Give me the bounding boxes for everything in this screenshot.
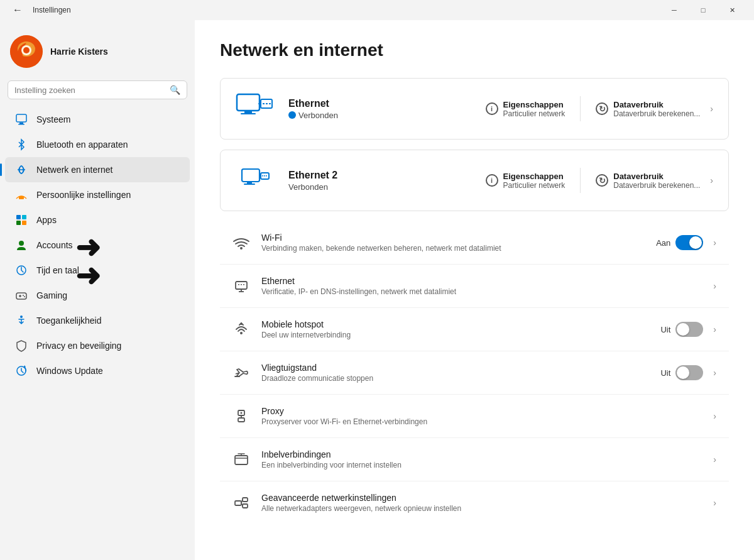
- svg-rect-6: [18, 124, 25, 125]
- ethernet1-name: Ethernet: [288, 98, 473, 109]
- svg-rect-34: [244, 184, 255, 185]
- sidebar: Harrie Kisters 🔍 Systeem Bluetooth en ap…: [0, 20, 195, 560]
- systeem-label: Systeem: [36, 114, 70, 124]
- sidebar-item-persoonlijk[interactable]: Persoonlijke instellingen: [5, 182, 190, 207]
- bluetooth-icon: [15, 138, 28, 151]
- svg-rect-13: [22, 221, 26, 225]
- vliegtuig-toggle[interactable]: [675, 365, 703, 380]
- svg-point-3: [23, 47, 30, 53]
- hotspot-title: Mobiele hotspot: [261, 319, 649, 329]
- svg-rect-9: [19, 196, 24, 199]
- search-box[interactable]: 🔍: [8, 80, 187, 99]
- app-container: Harrie Kisters 🔍 Systeem Bluetooth en ap…: [0, 20, 754, 560]
- inbel-chevron: ›: [713, 454, 716, 464]
- sidebar-item-toegankelijkheid[interactable]: Toegankelijkheid: [5, 308, 190, 333]
- divider: [580, 96, 581, 121]
- sidebar-item-tijd[interactable]: Tijd en taal: [5, 258, 190, 283]
- geavanceerd-title: Geavanceerde netwerkinstellingen: [261, 493, 697, 503]
- tijd-icon: [15, 264, 28, 277]
- titlebar-title: Instellingen: [33, 6, 71, 14]
- avatar: [10, 35, 43, 68]
- sidebar-item-netwerk[interactable]: Netwerk en internet: [5, 157, 190, 182]
- svg-rect-10: [16, 215, 21, 219]
- svg-point-19: [23, 295, 24, 296]
- geavanceerd-chevron: ›: [713, 498, 716, 508]
- svg-rect-32: [242, 169, 260, 182]
- apps-icon: [15, 214, 28, 226]
- sidebar-item-apps[interactable]: Apps: [5, 207, 190, 233]
- ethernet2-status: Verbonden: [288, 182, 473, 192]
- close-button[interactable]: ✕: [718, 0, 746, 20]
- connected-dot: [288, 111, 296, 119]
- proxy-icon: [232, 407, 250, 425]
- back-button[interactable]: ←: [8, 2, 28, 18]
- sidebar-item-accounts[interactable]: Accounts: [5, 233, 190, 258]
- sidebar-item-bluetooth[interactable]: Bluetooth en apparaten: [5, 132, 190, 157]
- page-title: Netwerk en internet: [220, 40, 729, 60]
- svg-rect-11: [22, 215, 26, 219]
- svg-rect-56: [235, 456, 248, 464]
- sidebar-item-systeem[interactable]: Systeem: [5, 107, 190, 132]
- svg-rect-44: [238, 284, 239, 285]
- search-icon: 🔍: [170, 85, 180, 95]
- svg-rect-4: [16, 114, 26, 122]
- settings-item-hotspot[interactable]: Mobiele hotspot Deel uw internetverbindi…: [220, 308, 729, 351]
- vliegtuig-sub: Draadloze communicatie stoppen: [261, 374, 649, 383]
- ethernet1-actions: i Eigenschappen Particulier netwerk ↻ Da…: [486, 95, 713, 123]
- svg-point-14: [19, 241, 24, 246]
- settings-item-geavanceerd[interactable]: Geavanceerde netwerkinstellingen Alle ne…: [220, 481, 729, 524]
- bluetooth-label: Bluetooth en apparaten: [36, 140, 128, 150]
- proxy-title: Proxy: [261, 406, 697, 416]
- proxy-chevron: ›: [713, 411, 716, 421]
- svg-line-63: [241, 503, 243, 507]
- svg-rect-23: [237, 94, 260, 111]
- wifi-sub: Verbinding maken, bekende netwerken behe…: [261, 244, 645, 253]
- vliegtuig-toggle-label: Uit: [660, 368, 670, 378]
- wifi-right: Aan ›: [656, 235, 716, 250]
- svg-line-62: [241, 500, 243, 503]
- avatar-icon: [10, 35, 43, 68]
- user-name: Harrie Kisters: [50, 47, 108, 57]
- eigenschappen-icon: i: [486, 102, 498, 115]
- inbel-sub: Een inbelverbinding voor internet instel…: [261, 461, 697, 469]
- svg-rect-24: [244, 111, 252, 113]
- svg-rect-5: [19, 123, 23, 124]
- sidebar-item-windows-update[interactable]: Windows Update: [5, 358, 190, 383]
- settings-item-inbel[interactable]: Inbelverbindingen Een inbelverbinding vo…: [220, 438, 729, 481]
- tijd-label: Tijd en taal: [36, 265, 79, 275]
- ethernet-card-2[interactable]: Ethernet 2 Verbonden i Eigenschappen Par…: [220, 150, 729, 211]
- hotspot-right: Uit ›: [660, 322, 716, 337]
- sidebar-nav: Systeem Bluetooth en apparaten Netwerk e…: [0, 107, 195, 383]
- sidebar-item-gaming[interactable]: Gaming: [5, 283, 190, 308]
- ethernet1-dataverbruik[interactable]: ↻ Dataverbruik Dataverbruik berekenen...…: [596, 95, 713, 123]
- settings-item-proxy[interactable]: Proxy Proxyserver voor Wi-Fi- en Etherne…: [220, 395, 729, 438]
- sidebar-item-privacy[interactable]: Privacy en beveiliging: [5, 333, 190, 358]
- ethernet2-eigenschappen[interactable]: i Eigenschappen Particulier netwerk: [486, 167, 566, 195]
- svg-point-47: [240, 332, 243, 334]
- toegankelijkheid-label: Toegankelijkheid: [36, 316, 102, 326]
- ethernet2-dataverbruik[interactable]: ↻ Dataverbruik Dataverbruik berekenen...…: [596, 167, 713, 195]
- apps-label: Apps: [36, 215, 57, 225]
- ethernet1-eigenschappen[interactable]: i Eigenschappen Particulier netwerk: [486, 95, 566, 123]
- hotspot-toggle[interactable]: [675, 322, 703, 337]
- gaming-icon: [15, 289, 28, 302]
- wifi-toggle[interactable]: [675, 235, 703, 250]
- vliegtuig-right: Uit ›: [660, 365, 716, 380]
- ethernet-card-1[interactable]: Ethernet Verbonden i Eigenschappen Parti…: [220, 78, 729, 140]
- maximize-button[interactable]: □: [689, 0, 718, 20]
- svg-rect-38: [264, 175, 265, 177]
- wifi-toggle-knob: [689, 236, 702, 249]
- ethernet-list-right: ›: [708, 281, 716, 291]
- settings-item-vliegtuig[interactable]: Vliegtuigstand Draadloze communicatie st…: [220, 351, 729, 395]
- settings-item-ethernet[interactable]: Ethernet Verificatie, IP- en DNS-instell…: [220, 265, 729, 308]
- hotspot-icon: [232, 321, 250, 338]
- ethernet2-name: Ethernet 2: [288, 170, 473, 181]
- minimize-button[interactable]: ─: [660, 0, 689, 20]
- geavanceerd-icon: [232, 494, 250, 512]
- settings-item-wifi[interactable]: Wi-Fi Verbinding maken, bekende netwerke…: [220, 221, 729, 265]
- ethernet2-icon: [236, 163, 276, 198]
- vliegtuig-chevron: ›: [713, 368, 716, 378]
- svg-rect-31: [269, 103, 271, 104]
- titlebar-controls: ─ □ ✕: [660, 0, 746, 20]
- search-input[interactable]: [14, 85, 165, 95]
